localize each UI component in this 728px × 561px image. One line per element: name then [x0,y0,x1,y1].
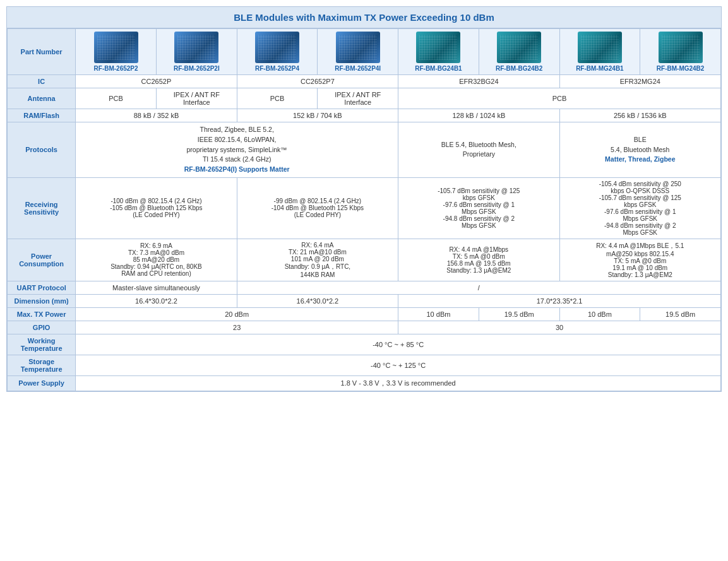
ram-flash-4: 256 kB / 1536 kB [559,109,720,122]
ic-header: IC [8,75,76,88]
protocols-cc2652: Thread, Zigbee, BLE 5.2, IEEE 802.15.4, … [76,122,398,178]
power-cons-4: RX: 4.4 mA @1Mbps BLE，5.1mA@250 kbps 802… [559,239,720,281]
ram-flash-2: 152 kB / 704 kB [237,109,398,122]
recv-sens-2: -99 dBm @ 802.15.4 (2.4 GHz) -104 dBm @ … [237,177,398,239]
part-col-2652p4: RF-BM-2652P4 [237,29,318,75]
part-col-2652p2i: RF-BM-2652P2I [156,29,237,75]
uart-value-2: / [237,281,720,294]
part-col-mg24b2: RF-BM-MG24B2 [640,29,721,75]
max-tx-power-3: 19.5 dBm [479,307,559,321]
antenna-header: Antenna [8,88,76,109]
antenna-pcb-2: PCB [237,88,318,109]
working-temp-header: WorkingTemperature [8,334,76,355]
storage-temp-value: -40 °C ~ + 125 °C [76,355,721,375]
max-tx-power-header: Max. TX Power [8,307,76,321]
part-col-2652p4i: RF-BM-2652P4I [318,29,398,75]
gpio-value-1: 23 [76,321,398,334]
protocols-mg24: BLE5.4, Bluetooth Mesh Matter, Thread, Z… [559,122,720,178]
dimension-1: 16.4*30.0*2.2 [76,294,237,307]
ic-efr32bg24: EFR32BG24 [398,75,559,88]
ic-cc2652p7: CC2652P7 [237,75,398,88]
recv-sens-1: -100 dBm @ 802.15.4 (2.4 GHz) -105 dBm @… [76,177,237,239]
part-number-header: Part Number [8,29,76,75]
storage-temp-header: StorageTemperature [8,355,76,375]
uart-header: UART Protocol [8,281,76,294]
antenna-pcb-1: PCB [76,88,157,109]
antenna-pcb-group: PCB [398,88,721,109]
ram-flash-3: 128 kB / 1024 kB [398,109,559,122]
dimension-header: Dimension (mm) [8,294,76,307]
max-tx-power-1: 20 dBm [76,307,398,321]
power-cons-2: RX: 6.4 mA TX: 21 mA@10 dBm 101 mA @ 20 … [237,239,398,281]
power-consumption-header: PowerConsumption [8,239,76,281]
max-tx-power-2: 10 dBm [398,307,479,321]
part-col-2652p2: RF-BM-2652P2 [76,29,157,75]
power-supply-header: Power Supply [8,375,76,391]
gpio-header: GPIO [8,321,76,334]
max-tx-power-5: 19.5 dBm [640,307,721,321]
page-title: BLE Modules with Maximum TX Power Exceed… [7,7,721,28]
uart-value-1: Master-slave simultaneously [76,281,237,294]
max-tx-power-4: 10 dBm [559,307,640,321]
power-supply-value: 1.8 V - 3.8 V，3.3 V is recommended [76,375,721,391]
antenna-ipex-1: IPEX / ANT RFInterface [156,88,237,109]
dimension-3: 17.0*23.35*2.1 [398,294,721,307]
protocols-bg24: BLE 5.4, Bluetooth Mesh,Proprietary [398,122,559,178]
ic-cc2652p: CC2652P [76,75,237,88]
ic-efr32mg24: EFR32MG24 [559,75,720,88]
gpio-value-2: 30 [398,321,721,334]
part-col-mg24b1: RF-BM-MG24B1 [559,29,640,75]
power-cons-1: RX: 6.9 mA TX: 7.3 mA@0 dBm 85 mA@20 dBm… [76,239,237,281]
part-col-bg24b2: RF-BM-BG24B2 [479,29,559,75]
ram-flash-header: RAM/Flash [8,109,76,122]
protocols-header: Protocols [8,122,76,178]
recv-sens-4: -105.4 dBm sensitivity @ 250kbps O-QPSK … [559,177,720,239]
antenna-ipex-2: IPEX / ANT RFInterface [318,88,398,109]
ram-flash-1: 88 kB / 352 kB [76,109,237,122]
dimension-2: 16.4*30.0*2.2 [237,294,398,307]
recv-sens-3: -105.7 dBm sensitivity @ 125kbps GFSK -9… [398,177,559,239]
receiving-sensitivity-header: ReceivingSensitivity [8,177,76,239]
part-col-bg24b1: RF-BM-BG24B1 [398,29,479,75]
power-cons-3: RX: 4.4 mA @1Mbps TX: 5 mA @0 dBm 156.8 … [398,239,559,281]
working-temp-value: -40 °C ~ + 85 °C [76,334,721,355]
